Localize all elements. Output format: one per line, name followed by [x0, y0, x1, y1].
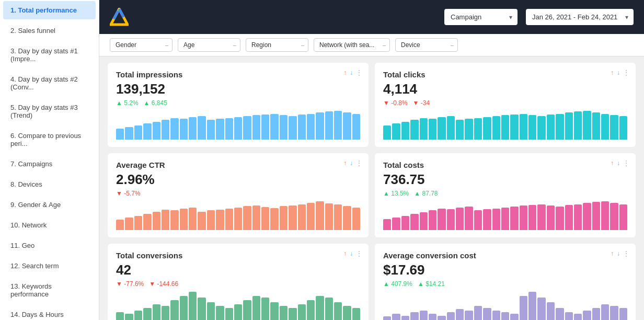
- bar-0-18: [280, 115, 288, 140]
- metric-more-icon-2[interactable]: ⋮: [356, 159, 362, 167]
- metric-sort-icon-5-0[interactable]: ↑: [611, 250, 614, 257]
- metric-actions-1: ↑↓⋮: [611, 69, 629, 76]
- metric-chart-5: [383, 292, 627, 320]
- sidebar-item-1[interactable]: 1. Total performance: [3, 1, 96, 19]
- metric-sort-icon-0-0[interactable]: ↑: [343, 69, 347, 76]
- sidebar-item-12[interactable]: 12. Search term: [3, 257, 96, 275]
- sidebar-item-14[interactable]: 14. Days & Hours: [3, 305, 96, 320]
- sidebar-item-3[interactable]: 3. Day by day stats #1 (Impre...: [3, 42, 96, 68]
- metric-change2-3: ▲ 87.78: [414, 190, 438, 197]
- bar-4-10: [207, 302, 215, 320]
- bar-1-18: [547, 115, 555, 140]
- bar-1-3: [410, 120, 418, 140]
- bar-4-8: [189, 292, 197, 320]
- metric-change-2: ▼ -5.7%: [116, 190, 360, 197]
- bar-2-14: [243, 206, 251, 230]
- bar-3-15: [520, 205, 527, 230]
- metric-sort-icon-3-1[interactable]: ↓: [617, 159, 620, 167]
- metrics-grid: ↑↓⋮Total impressions139,152▲ 5.2%▲ 6,845…: [108, 63, 636, 320]
- bar-4-23: [325, 298, 333, 320]
- bar-0-26: [352, 114, 360, 140]
- bar-1-6: [438, 117, 445, 140]
- bar-4-4: [153, 304, 160, 320]
- metric-change1-0: ▲ 5.2%: [116, 99, 139, 107]
- metric-card-5: ↑↓⋮Average conversion cost$17.69▲ 407.9%…: [375, 244, 636, 320]
- bar-3-0: [383, 219, 391, 230]
- sidebar: 1. Total performance2. Sales funnel3. Da…: [0, 0, 99, 320]
- bar-1-9: [465, 119, 473, 140]
- metric-card-1: ↑↓⋮Total clicks4,114▼ -0.8%▼ -34: [375, 63, 636, 147]
- bar-3-22: [583, 203, 591, 230]
- bar-5-1: [392, 314, 400, 320]
- bar-4-13: [234, 304, 242, 320]
- bar-5-18: [547, 302, 555, 320]
- metric-more-icon-5[interactable]: ⋮: [623, 250, 629, 257]
- sidebar-item-7[interactable]: 7. Campaigns: [3, 155, 96, 173]
- bar-4-2: [134, 311, 142, 320]
- metric-sort-icon-2-0[interactable]: ↑: [343, 159, 347, 167]
- bar-1-26: [619, 116, 627, 140]
- bar-5-6: [438, 316, 445, 320]
- bar-2-15: [252, 205, 260, 230]
- sidebar-item-2[interactable]: 2. Sales funnel: [3, 21, 96, 40]
- metric-more-icon-3[interactable]: ⋮: [623, 159, 629, 167]
- bar-1-23: [592, 112, 600, 140]
- bar-5-13: [501, 312, 509, 320]
- bar-3-12: [492, 209, 500, 230]
- filter-dropdown-age[interactable]: Age: [178, 38, 240, 52]
- metric-sort-icon-1-0[interactable]: ↑: [611, 69, 614, 76]
- bar-1-14: [510, 115, 518, 140]
- bar-3-26: [619, 204, 627, 231]
- bar-0-0: [116, 129, 124, 140]
- metric-more-icon-0[interactable]: ⋮: [356, 69, 362, 76]
- sidebar-item-8[interactable]: 8. Devices: [3, 175, 96, 193]
- bar-5-14: [510, 314, 518, 320]
- filter-dropdown-region[interactable]: Region: [246, 38, 308, 52]
- bar-0-15: [252, 115, 260, 140]
- bar-2-0: [116, 220, 124, 230]
- bar-2-3: [143, 214, 151, 230]
- bar-2-5: [162, 210, 169, 230]
- metric-sort-icon-1-1[interactable]: ↓: [617, 69, 620, 76]
- metric-more-icon-4[interactable]: ⋮: [356, 250, 362, 257]
- sidebar-item-9[interactable]: 9. Gender & Age: [3, 196, 96, 214]
- metric-chart-2: [116, 201, 360, 230]
- bar-3-6: [438, 209, 445, 230]
- bar-0-16: [261, 115, 269, 140]
- metric-actions-2: ↑↓⋮: [343, 159, 362, 167]
- sidebar-item-13[interactable]: 13. Keywords performance: [3, 277, 96, 303]
- bar-2-21: [307, 203, 315, 230]
- bar-3-2: [401, 216, 409, 231]
- metric-change-5: ▲ 407.9%▲ $14.21: [383, 280, 627, 288]
- bar-1-13: [501, 115, 509, 140]
- metric-change2-0: ▲ 6,845: [144, 99, 167, 107]
- metric-sort-icon-3-0[interactable]: ↑: [611, 159, 614, 167]
- bar-0-22: [316, 112, 324, 140]
- date-range-dropdown[interactable]: Jan 26, 2021 - Feb 24, 2021: [526, 9, 634, 25]
- metric-more-icon-1[interactable]: ⋮: [623, 69, 629, 76]
- metric-change-4: ▼ -77.6%▼ -144.66: [116, 280, 360, 288]
- metric-sort-icon-0-1[interactable]: ↓: [350, 69, 353, 76]
- campaign-dropdown[interactable]: Campaign: [444, 9, 518, 25]
- metrics-area: ↑↓⋮Total impressions139,152▲ 5.2%▲ 6,845…: [99, 56, 644, 320]
- bar-1-0: [383, 125, 391, 140]
- filter-dropdown-device[interactable]: Device: [395, 38, 458, 52]
- metric-title-4: Total conversions: [116, 251, 360, 260]
- metric-change1-2: ▼ -5.7%: [116, 190, 141, 197]
- metric-change2-4: ▼ -144.66: [149, 280, 178, 288]
- bar-2-13: [234, 208, 242, 230]
- metric-sort-icon-4-0[interactable]: ↑: [343, 250, 347, 257]
- bar-1-22: [583, 111, 591, 140]
- sidebar-item-6[interactable]: 6. Compare to previous peri...: [3, 127, 96, 153]
- metric-value-0: 139,152: [116, 81, 360, 97]
- filter-dropdown-network-(with-sea...[interactable]: Network (with sea...: [314, 38, 390, 52]
- bar-4-7: [180, 296, 188, 320]
- sidebar-item-11[interactable]: 11. Geo: [3, 236, 96, 255]
- metric-sort-icon-5-1[interactable]: ↓: [617, 250, 620, 257]
- filter-dropdown-gender[interactable]: Gender: [110, 38, 172, 52]
- metric-sort-icon-4-1[interactable]: ↓: [350, 250, 353, 257]
- sidebar-item-10[interactable]: 10. Network: [3, 216, 96, 234]
- metric-sort-icon-2-1[interactable]: ↓: [350, 159, 353, 167]
- sidebar-item-5[interactable]: 5. Day by day stats #3 (Trend): [3, 98, 96, 124]
- sidebar-item-4[interactable]: 4. Day by day stats #2 (Conv...: [3, 70, 96, 96]
